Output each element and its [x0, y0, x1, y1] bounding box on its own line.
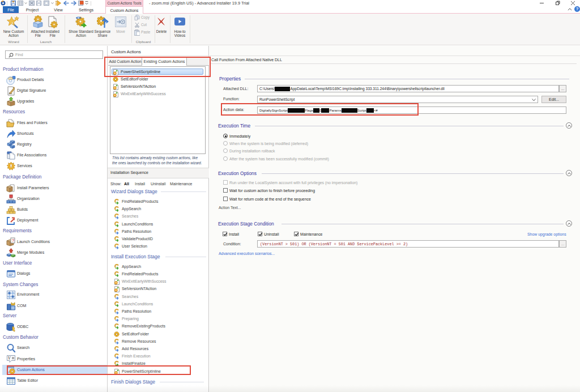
svg-text:?: ? [12, 238, 15, 243]
